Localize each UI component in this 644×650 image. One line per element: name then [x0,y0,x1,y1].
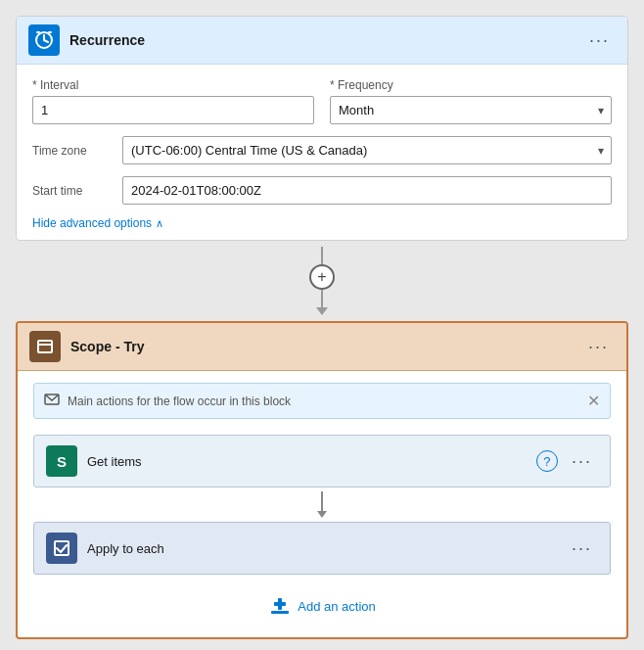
recurrence-title: Recurrence [69,32,583,48]
scope-svg-icon [36,338,54,355]
get-items-label: Get items [87,454,536,469]
apply-each-more-button[interactable]: ··· [566,536,598,561]
add-step-button[interactable]: + [309,264,335,290]
inner-line [321,491,323,511]
add-action-button[interactable]: Add an action [260,590,384,622]
recurrence-card: Recurrence ··· * Interval * Frequency Mo… [16,16,628,241]
add-action-label: Add an action [298,599,376,614]
scope-icon [29,331,61,362]
connector-line-bottom [321,290,323,307]
apply-each-icon [46,533,77,564]
clock-icon [34,30,54,50]
starttime-input[interactable] [122,176,612,205]
scope-title: Scope - Try [70,339,582,354]
hide-advanced-chevron-icon: ∧ [156,217,163,230]
inner-arrow [317,511,327,518]
svg-rect-9 [271,611,289,614]
interval-input[interactable] [32,96,314,124]
timezone-label: Time zone [32,144,111,158]
svg-rect-3 [36,31,40,33]
scope-more-button[interactable]: ··· [582,335,615,359]
svg-rect-5 [38,341,52,352]
apply-each-label: Apply to each [87,541,566,556]
hide-advanced-button[interactable]: Hide advanced options ∧ [32,216,163,230]
get-items-more-button[interactable]: ··· [566,449,598,474]
recurrence-body: * Interval * Frequency Month Week Day Ho… [17,65,627,240]
recurrence-header: Recurrence ··· [17,17,627,65]
apply-each-buttons: ··· [566,536,598,561]
hide-advanced-label: Hide advanced options [32,216,152,230]
scope-header: Scope - Try ··· [18,323,626,371]
info-bar-text: Main actions for the flow occur in this … [68,395,579,408]
timezone-select[interactable]: (UTC-06:00) Central Time (US & Canada) [122,136,612,164]
connector-between-cards: + [309,241,335,321]
info-bar-close-button[interactable]: ✕ [587,394,600,409]
scope-card: Scope - Try ··· Main actions for the flo… [16,321,628,639]
interval-label: * Interval [32,78,314,92]
add-action-row: Add an action [33,590,611,622]
interval-group: * Interval [32,78,314,124]
connector-arrow [316,307,328,315]
frequency-group: * Frequency Month Week Day Hour Minute S… [330,78,612,124]
add-action-icon [268,594,292,618]
recurrence-more-button[interactable]: ··· [583,28,616,53]
starttime-label: Start time [32,184,111,198]
frequency-select[interactable]: Month Week Day Hour Minute Second [330,96,612,124]
inner-connector [33,488,611,522]
interval-frequency-row: * Interval * Frequency Month Week Day Ho… [32,78,612,124]
timezone-row: Time zone (UTC-06:00) Central Time (US &… [32,136,612,164]
svg-line-2 [44,40,48,42]
page-wrapper: Recurrence ··· * Interval * Frequency Mo… [16,16,628,639]
timezone-select-wrapper: (UTC-06:00) Central Time (US & Canada) ▾ [122,136,612,164]
frequency-label: * Frequency [330,78,612,92]
starttime-row: Start time [32,176,612,205]
get-items-help-button[interactable]: ? [536,450,558,472]
info-icon [44,392,60,410]
connector-line-top [321,247,323,264]
apply-each-action: Apply to each ··· [33,522,611,575]
get-items-icon: S [46,445,77,477]
get-items-buttons: ? ··· [536,449,598,474]
svg-rect-4 [48,31,52,33]
frequency-select-wrapper: Month Week Day Hour Minute Second ▾ [330,96,612,124]
get-items-action: S Get items ? ··· [33,435,611,488]
scope-body: Main actions for the flow occur in this … [18,371,626,637]
info-bar: Main actions for the flow occur in this … [33,383,611,419]
svg-rect-11 [274,602,286,606]
recurrence-icon [28,24,60,56]
